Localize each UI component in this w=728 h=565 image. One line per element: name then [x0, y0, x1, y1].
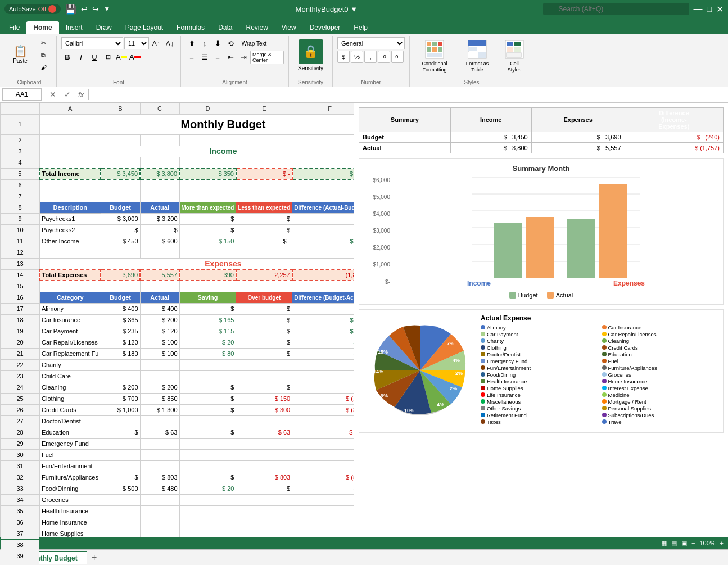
- copy-button[interactable]: ⧉: [35, 49, 52, 61]
- cell-A19[interactable]: Car Payment: [40, 326, 101, 337]
- cell-B5[interactable]: $ 3,450: [101, 168, 140, 179]
- font-size-select[interactable]: 11: [124, 37, 149, 49]
- cell-E7[interactable]: [236, 191, 292, 202]
- add-sheet-button[interactable]: +: [88, 552, 101, 564]
- view-normal-icon[interactable]: ▦: [661, 540, 667, 547]
- row-8-header[interactable]: 8: [1, 202, 40, 213]
- cell-F31[interactable]: [292, 460, 354, 472]
- cell-B11[interactable]: $ 450: [101, 236, 140, 247]
- align-bottom-button[interactable]: ⬇: [211, 37, 224, 49]
- cell-F8[interactable]: Difference (Actual-Budget): [292, 202, 354, 213]
- cell-D32[interactable]: $: [179, 472, 236, 483]
- cell-D16[interactable]: Saving: [179, 292, 236, 303]
- cell-B18[interactable]: $ 365: [101, 314, 140, 326]
- cell-C18[interactable]: $ 200: [140, 314, 179, 326]
- cell-F29[interactable]: [292, 438, 354, 449]
- cell-A14[interactable]: Total Expenses: [40, 269, 101, 281]
- cell-D26[interactable]: $: [179, 404, 236, 415]
- cell-A20[interactable]: Car Repair/Licenses: [40, 337, 101, 348]
- cell-D21[interactable]: $ 80: [179, 348, 236, 359]
- row-12-header[interactable]: 12: [1, 247, 40, 258]
- cell-D15[interactable]: [179, 281, 236, 292]
- cell-C22[interactable]: [140, 359, 179, 370]
- row-5-header[interactable]: 5: [1, 168, 40, 179]
- undo-icon[interactable]: ↩: [81, 4, 88, 13]
- tab-review[interactable]: Review: [239, 21, 274, 34]
- cell-expenses-header[interactable]: Expenses: [40, 258, 355, 269]
- fill-color-button[interactable]: A: [115, 51, 128, 63]
- decrease-decimal-button[interactable]: 0.: [391, 51, 404, 63]
- col-B-header[interactable]: B: [101, 103, 140, 114]
- redo-icon[interactable]: ↪: [92, 4, 99, 13]
- cell-F6[interactable]: [292, 179, 354, 191]
- cell-A31[interactable]: Fun/Entertainment: [40, 460, 101, 472]
- formula-input[interactable]: [91, 88, 726, 101]
- align-left-button[interactable]: ≡: [186, 51, 198, 63]
- cell-F28[interactable]: $ (63): [292, 427, 354, 438]
- cell-D22[interactable]: [179, 359, 236, 370]
- cell-F10[interactable]: $: [292, 224, 354, 236]
- cell-A7[interactable]: [40, 191, 101, 202]
- row-1-header[interactable]: 1: [1, 114, 40, 134]
- summary-budget-expenses[interactable]: $ 3,690: [531, 132, 625, 142]
- cell-D14[interactable]: 390: [179, 269, 236, 281]
- underline-button[interactable]: U: [88, 51, 101, 63]
- row-11-header[interactable]: 11: [1, 236, 40, 247]
- number-format-select[interactable]: General: [337, 37, 405, 49]
- cell-B28[interactable]: $: [101, 427, 140, 438]
- cell-F23[interactable]: [292, 370, 354, 382]
- cell-A16[interactable]: Category: [40, 292, 101, 303]
- cell-D36[interactable]: [179, 517, 236, 528]
- cell-A32[interactable]: Furniture/Appliances: [40, 472, 101, 483]
- cell-C33[interactable]: $ 480: [140, 483, 179, 494]
- cell-E11[interactable]: $ -: [236, 236, 292, 247]
- border-button[interactable]: ⊞: [102, 51, 114, 63]
- cell-D28[interactable]: $: [179, 427, 236, 438]
- tab-draw[interactable]: Draw: [89, 21, 119, 34]
- cell-E20[interactable]: $: [236, 337, 292, 348]
- cell-E25[interactable]: $ 150: [236, 393, 292, 404]
- cell-D33[interactable]: $ 20: [179, 483, 236, 494]
- cell-F32[interactable]: $ (803): [292, 472, 354, 483]
- col-E-header[interactable]: E: [236, 103, 292, 114]
- view-layout-icon[interactable]: ▤: [671, 540, 677, 547]
- cell-C4[interactable]: [140, 157, 179, 168]
- cell-F36[interactable]: [292, 517, 354, 528]
- cell-B33[interactable]: $ 500: [101, 483, 140, 494]
- cell-F22[interactable]: [292, 359, 354, 370]
- format-as-table-button[interactable]: Format as Table: [457, 37, 498, 75]
- cell-D24[interactable]: $: [179, 382, 236, 393]
- tab-developer[interactable]: Developer: [303, 21, 347, 34]
- save-icon[interactable]: 💾: [65, 4, 76, 15]
- cell-D12[interactable]: [179, 247, 236, 258]
- cell-E33[interactable]: $: [236, 483, 292, 494]
- cell-B30[interactable]: [101, 449, 140, 460]
- cell-D5[interactable]: $ 350: [179, 168, 236, 179]
- cell-E22[interactable]: [236, 359, 292, 370]
- cell-A5[interactable]: Total Income: [40, 168, 101, 179]
- cell-E23[interactable]: [236, 370, 292, 382]
- cell-A17[interactable]: Alimony: [40, 303, 101, 314]
- spreadsheet-area[interactable]: A B C D E F G 1 Monthly Budget 2: [0, 103, 354, 565]
- row-9-header[interactable]: 9: [1, 213, 40, 224]
- paste-button[interactable]: 📋 Paste: [7, 37, 34, 73]
- tab-view[interactable]: View: [275, 21, 303, 34]
- cell-E31[interactable]: [236, 460, 292, 472]
- cell-C20[interactable]: $ 100: [140, 337, 179, 348]
- cell-B7[interactable]: [101, 191, 140, 202]
- cell-C5[interactable]: $ 3,800: [140, 168, 179, 179]
- row-10-header[interactable]: 10: [1, 224, 40, 236]
- cell-E34[interactable]: [236, 494, 292, 505]
- view-page-break-icon[interactable]: ▣: [681, 540, 687, 547]
- cell-E8[interactable]: Less than expected: [236, 202, 292, 213]
- increase-font-button[interactable]: A↑: [150, 37, 162, 49]
- tab-page-layout[interactable]: Page Layout: [119, 21, 170, 34]
- cell-D29[interactable]: [179, 438, 236, 449]
- cell-D19[interactable]: $ 115: [179, 326, 236, 337]
- cell-D9[interactable]: $: [179, 213, 236, 224]
- cell-E4[interactable]: [236, 157, 292, 168]
- tab-formulas[interactable]: Formulas: [170, 21, 211, 34]
- customize-icon[interactable]: ▼: [103, 5, 110, 13]
- cell-E14[interactable]: 2,257: [236, 269, 292, 281]
- summary-actual-income[interactable]: $ 3,800: [450, 142, 531, 153]
